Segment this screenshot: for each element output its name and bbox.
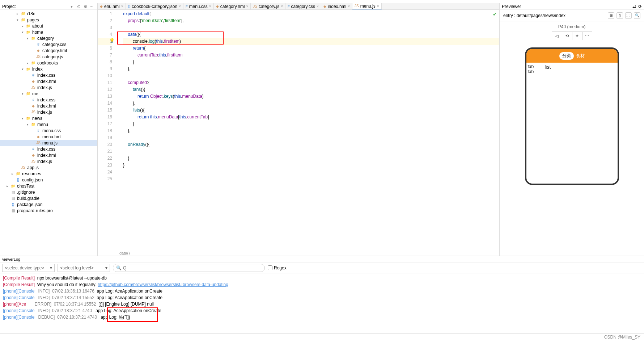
code-line[interactable]: return{ (123, 45, 499, 52)
code-line[interactable]: currentTab:this.firstItem (123, 52, 499, 59)
tree-item[interactable]: JSmenu.js (0, 140, 97, 146)
select-icon[interactable]: ⊙ (77, 4, 82, 9)
tree-item[interactable]: ◆menu.hml (0, 134, 97, 140)
close-icon[interactable]: × (179, 4, 181, 8)
tree-item[interactable]: ▾📁me (0, 91, 97, 97)
settings-icon[interactable]: ⚙ (84, 4, 89, 9)
code-line[interactable]: lists(){ (123, 107, 499, 114)
close-icon[interactable]: × (317, 4, 319, 8)
tree-item[interactable]: #category.css (0, 41, 97, 47)
tree-item[interactable]: ▾📁pages (0, 17, 97, 23)
editor-tab[interactable]: #category.css× (285, 3, 321, 9)
code-line[interactable] (123, 148, 499, 155)
editor-tab[interactable]: JScategory.js× (251, 3, 285, 9)
tree-item[interactable]: JSindex.js (0, 84, 97, 91)
code-line[interactable]: data(){ (123, 31, 499, 38)
collapse-icon[interactable]: ▾ (71, 4, 76, 9)
tree-item[interactable]: JScategory.js (0, 54, 97, 60)
close-icon[interactable]: × (281, 4, 283, 8)
code-line[interactable]: }, (123, 127, 499, 134)
close-icon[interactable]: × (246, 4, 249, 8)
editor-tab[interactable]: JSmenu.js× (352, 3, 382, 9)
code-line[interactable]: return Object.keys(this.menuData) (123, 93, 499, 100)
tree-item[interactable]: ▸📁about (0, 23, 97, 29)
close-icon[interactable]: × (121, 4, 123, 8)
project-tree[interactable]: ▸📁i18n▾📁pages▸📁about▾📁home▾📁category#cat… (0, 10, 97, 256)
level-select[interactable]: <select log level>▾ (58, 264, 110, 272)
code-line[interactable]: } (123, 155, 499, 162)
rotate-icon[interactable]: ⟲ (562, 32, 572, 40)
tree-item[interactable]: #menu.css (0, 127, 97, 134)
tree-item[interactable]: ▸📁cookbooks (0, 60, 97, 66)
tab-item[interactable]: tab (528, 69, 534, 74)
tree-item[interactable]: ◆index.hml (0, 152, 97, 158)
search-icon[interactable]: 🔍 (634, 12, 640, 19)
grid-icon[interactable]: ⊞ (608, 12, 614, 19)
code-line[interactable] (123, 72, 499, 79)
tree-item[interactable]: #index.css (0, 97, 97, 103)
hide-icon[interactable]: − (90, 4, 95, 9)
tree-item[interactable]: JSindex.js (0, 158, 97, 164)
code-line[interactable]: } (123, 59, 499, 66)
regex-checkbox[interactable]: Regex (268, 265, 287, 270)
tree-item[interactable]: ▸📁i18n (0, 11, 97, 17)
editor-tab[interactable]: ◆enu.hml× (98, 3, 126, 9)
tree-item[interactable]: ▤.gitignore (0, 189, 97, 195)
tree-item[interactable]: ▾📁news (0, 115, 97, 121)
more-icon[interactable]: ⋯ (582, 32, 592, 40)
phone-icon[interactable]: ▯ (617, 12, 623, 19)
tree-item[interactable]: ▸📁ohosTest (0, 183, 97, 189)
code-line[interactable]: onReady(){ (123, 141, 499, 148)
code-line[interactable]: computed:{ (123, 79, 499, 86)
tree-item[interactable]: ▾📁home (0, 29, 97, 35)
tree-item[interactable]: JSapp.js (0, 164, 97, 171)
log-search[interactable]: 🔍 (113, 264, 265, 272)
back-icon[interactable]: ◁ (552, 32, 562, 40)
js-icon: JS (355, 4, 359, 8)
log-search-input[interactable] (123, 265, 262, 270)
tree-item[interactable]: ▤build.gradle (0, 195, 97, 201)
tree-item[interactable]: JSindex.js (0, 109, 97, 115)
code-line[interactable] (123, 176, 499, 182)
editor-tab[interactable]: {}cookbook-category.json× (126, 3, 183, 9)
code-line[interactable] (123, 169, 499, 176)
tree-item[interactable]: ▸📁resources (0, 171, 97, 177)
toggle-icon[interactable]: ⇄ (632, 4, 636, 9)
tree-item[interactable]: {}package.json (0, 201, 97, 207)
editor-tab[interactable]: ◆index.hml× (321, 3, 352, 9)
tree-item[interactable]: ▾📁index (0, 66, 97, 72)
code-line[interactable]: }, (123, 66, 499, 72)
lightbulb-icon[interactable]: 💡 (109, 38, 115, 43)
tree-item[interactable]: ◆index.hml (0, 103, 97, 109)
expand-icon[interactable]: ⛶ (625, 12, 632, 19)
tree-item[interactable]: ◆index.hml (0, 78, 97, 84)
code-line[interactable] (123, 134, 499, 141)
tree-item[interactable]: ▤proguard-rules.pro (0, 207, 97, 214)
tree-item[interactable]: ▾📁category (0, 35, 97, 41)
editor-tab[interactable]: ◆category.hml× (214, 3, 251, 9)
editor-tab[interactable]: #menu.css× (183, 3, 214, 9)
tree-item[interactable]: ◆category.hml (0, 47, 97, 54)
close-icon[interactable]: × (209, 4, 211, 8)
tree-item[interactable]: #index.css (0, 72, 97, 78)
tab-item[interactable]: tab (528, 64, 534, 69)
close-icon[interactable]: × (348, 4, 350, 8)
device-select[interactable]: <select device type>▾ (2, 264, 55, 272)
theme-icon[interactable]: ☀ (572, 32, 582, 40)
log-output[interactable]: [Compile Result] npx browserslist@latest… (0, 273, 644, 333)
code-line[interactable]: export default{ (123, 11, 499, 17)
close-icon[interactable]: × (377, 4, 379, 8)
code-line[interactable]: } (123, 121, 499, 127)
tree-item[interactable]: #index.css (0, 146, 97, 152)
refresh-icon[interactable]: ⟳ (638, 4, 642, 9)
code-line[interactable]: return this.menuData[this.currentTab] (123, 114, 499, 121)
code-line[interactable]: } (123, 162, 499, 169)
code-line[interactable] (123, 24, 499, 31)
tree-item[interactable]: ▾📁menu (0, 121, 97, 127)
code-editor[interactable]: export default{ props:['menuData','first… (116, 10, 499, 250)
tree-item[interactable]: {}config.json (0, 177, 97, 183)
code-line[interactable]: props:['menuData','firstItem'], (123, 17, 499, 24)
code-line[interactable]: tans(){ (123, 86, 499, 93)
code-line[interactable]: console.log(this.firstItem) (123, 38, 499, 45)
code-line[interactable]: }, (123, 100, 499, 107)
